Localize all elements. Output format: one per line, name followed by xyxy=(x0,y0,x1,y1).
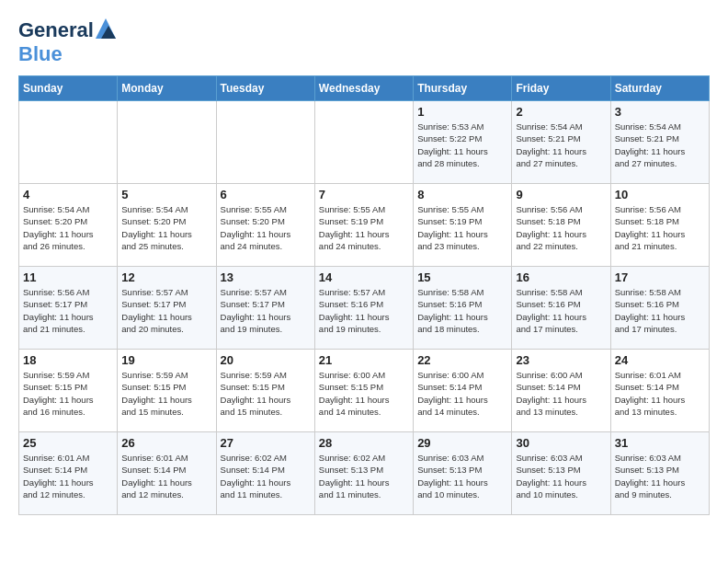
day-number: 30 xyxy=(516,436,606,450)
day-number: 11 xyxy=(23,270,113,284)
logo-icon xyxy=(96,18,116,39)
day-number: 31 xyxy=(615,436,705,450)
calendar-cell: 20Sunrise: 5:59 AM Sunset: 5:15 PM Dayli… xyxy=(216,350,314,432)
day-info: Sunrise: 6:00 AM Sunset: 5:14 PM Dayligh… xyxy=(516,369,606,418)
calendar-cell xyxy=(216,101,314,184)
day-info: Sunrise: 6:00 AM Sunset: 5:14 PM Dayligh… xyxy=(417,369,507,418)
day-header-saturday: Saturday xyxy=(610,76,709,101)
day-info: Sunrise: 5:59 AM Sunset: 5:15 PM Dayligh… xyxy=(23,369,113,418)
calendar-cell: 5Sunrise: 5:54 AM Sunset: 5:20 PM Daylig… xyxy=(118,184,216,267)
day-number: 29 xyxy=(417,436,507,450)
day-number: 6 xyxy=(221,188,311,201)
calendar-cell: 11Sunrise: 5:56 AM Sunset: 5:17 PM Dayli… xyxy=(19,267,118,350)
day-info: Sunrise: 5:54 AM Sunset: 5:21 PM Dayligh… xyxy=(615,121,705,169)
day-number: 26 xyxy=(121,436,211,450)
day-info: Sunrise: 5:54 AM Sunset: 5:20 PM Dayligh… xyxy=(121,203,211,252)
calendar-cell: 23Sunrise: 6:00 AM Sunset: 5:14 PM Dayli… xyxy=(512,350,610,432)
calendar-cell: 1Sunrise: 5:53 AM Sunset: 5:22 PM Daylig… xyxy=(414,101,512,184)
day-number: 18 xyxy=(23,353,113,367)
logo-blue-text: Blue xyxy=(18,42,63,65)
day-number: 12 xyxy=(121,270,211,284)
calendar-cell: 29Sunrise: 6:03 AM Sunset: 5:13 PM Dayli… xyxy=(414,432,512,515)
day-number: 23 xyxy=(516,353,606,367)
day-header-thursday: Thursday xyxy=(414,76,512,101)
day-info: Sunrise: 5:54 AM Sunset: 5:20 PM Dayligh… xyxy=(23,203,113,252)
day-number: 10 xyxy=(615,188,705,201)
day-number: 7 xyxy=(319,188,409,201)
day-info: Sunrise: 6:02 AM Sunset: 5:13 PM Dayligh… xyxy=(319,452,409,500)
day-number: 28 xyxy=(319,436,409,450)
calendar-cell: 25Sunrise: 6:01 AM Sunset: 5:14 PM Dayli… xyxy=(19,432,118,515)
day-number: 21 xyxy=(319,353,409,367)
calendar-cell: 3Sunrise: 5:54 AM Sunset: 5:21 PM Daylig… xyxy=(610,101,709,184)
day-number: 15 xyxy=(417,270,507,284)
day-info: Sunrise: 6:03 AM Sunset: 5:13 PM Dayligh… xyxy=(516,452,606,500)
calendar-cell: 4Sunrise: 5:54 AM Sunset: 5:20 PM Daylig… xyxy=(19,184,118,267)
day-info: Sunrise: 5:56 AM Sunset: 5:18 PM Dayligh… xyxy=(615,203,705,252)
day-number: 20 xyxy=(221,353,311,367)
day-info: Sunrise: 5:55 AM Sunset: 5:19 PM Dayligh… xyxy=(319,203,409,252)
day-info: Sunrise: 5:57 AM Sunset: 5:17 PM Dayligh… xyxy=(121,286,211,335)
day-number: 4 xyxy=(23,188,113,201)
day-number: 24 xyxy=(615,353,705,367)
calendar-cell: 12Sunrise: 5:57 AM Sunset: 5:17 PM Dayli… xyxy=(118,267,216,350)
calendar-cell: 26Sunrise: 6:01 AM Sunset: 5:14 PM Dayli… xyxy=(118,432,216,515)
calendar-cell xyxy=(19,101,118,184)
calendar-cell: 19Sunrise: 5:59 AM Sunset: 5:15 PM Dayli… xyxy=(118,350,216,432)
day-info: Sunrise: 5:57 AM Sunset: 5:17 PM Dayligh… xyxy=(221,286,311,335)
day-header-friday: Friday xyxy=(512,76,610,101)
day-header-sunday: Sunday xyxy=(19,76,118,101)
day-info: Sunrise: 5:55 AM Sunset: 5:19 PM Dayligh… xyxy=(417,203,507,252)
logo-general-text: General xyxy=(18,18,94,42)
calendar-cell xyxy=(314,101,413,184)
day-info: Sunrise: 6:03 AM Sunset: 5:13 PM Dayligh… xyxy=(417,452,507,500)
day-number: 13 xyxy=(221,270,311,284)
day-header-wednesday: Wednesday xyxy=(314,76,413,101)
day-number: 16 xyxy=(516,270,606,284)
day-info: Sunrise: 5:53 AM Sunset: 5:22 PM Dayligh… xyxy=(417,121,507,169)
calendar-cell: 6Sunrise: 5:55 AM Sunset: 5:20 PM Daylig… xyxy=(216,184,314,267)
calendar-cell: 16Sunrise: 5:58 AM Sunset: 5:16 PM Dayli… xyxy=(512,267,610,350)
calendar-cell: 15Sunrise: 5:58 AM Sunset: 5:16 PM Dayli… xyxy=(414,267,512,350)
day-header-tuesday: Tuesday xyxy=(216,76,314,101)
day-header-monday: Monday xyxy=(118,76,216,101)
day-info: Sunrise: 6:00 AM Sunset: 5:15 PM Dayligh… xyxy=(319,369,409,418)
day-number: 22 xyxy=(417,353,507,367)
calendar-cell: 7Sunrise: 5:55 AM Sunset: 5:19 PM Daylig… xyxy=(314,184,413,267)
day-number: 3 xyxy=(615,105,705,119)
day-info: Sunrise: 5:56 AM Sunset: 5:18 PM Dayligh… xyxy=(516,203,606,252)
day-info: Sunrise: 5:59 AM Sunset: 5:15 PM Dayligh… xyxy=(121,369,211,418)
calendar-cell: 24Sunrise: 6:01 AM Sunset: 5:14 PM Dayli… xyxy=(610,350,709,432)
day-info: Sunrise: 5:54 AM Sunset: 5:21 PM Dayligh… xyxy=(516,121,606,169)
day-number: 19 xyxy=(121,353,211,367)
day-number: 17 xyxy=(615,270,705,284)
calendar-cell: 27Sunrise: 6:02 AM Sunset: 5:14 PM Dayli… xyxy=(216,432,314,515)
calendar-cell: 18Sunrise: 5:59 AM Sunset: 5:15 PM Dayli… xyxy=(19,350,118,432)
calendar-cell: 9Sunrise: 5:56 AM Sunset: 5:18 PM Daylig… xyxy=(512,184,610,267)
calendar-cell: 28Sunrise: 6:02 AM Sunset: 5:13 PM Dayli… xyxy=(314,432,413,515)
day-number: 2 xyxy=(516,105,606,119)
calendar-cell: 2Sunrise: 5:54 AM Sunset: 5:21 PM Daylig… xyxy=(512,101,610,184)
day-number: 27 xyxy=(221,436,311,450)
calendar-cell: 30Sunrise: 6:03 AM Sunset: 5:13 PM Dayli… xyxy=(512,432,610,515)
day-info: Sunrise: 5:58 AM Sunset: 5:16 PM Dayligh… xyxy=(615,286,705,335)
day-info: Sunrise: 5:58 AM Sunset: 5:16 PM Dayligh… xyxy=(417,286,507,335)
calendar-cell: 14Sunrise: 5:57 AM Sunset: 5:16 PM Dayli… xyxy=(314,267,413,350)
day-info: Sunrise: 6:02 AM Sunset: 5:14 PM Dayligh… xyxy=(221,452,311,500)
day-info: Sunrise: 5:58 AM Sunset: 5:16 PM Dayligh… xyxy=(516,286,606,335)
calendar-cell xyxy=(118,101,216,184)
day-info: Sunrise: 5:56 AM Sunset: 5:17 PM Dayligh… xyxy=(23,286,113,335)
calendar-table: SundayMondayTuesdayWednesdayThursdayFrid… xyxy=(18,75,710,515)
day-info: Sunrise: 5:55 AM Sunset: 5:20 PM Dayligh… xyxy=(221,203,311,252)
day-info: Sunrise: 6:01 AM Sunset: 5:14 PM Dayligh… xyxy=(121,452,211,500)
page-header: General Blue xyxy=(18,18,710,66)
day-number: 5 xyxy=(121,188,211,201)
day-number: 8 xyxy=(417,188,507,201)
day-info: Sunrise: 6:01 AM Sunset: 5:14 PM Dayligh… xyxy=(615,369,705,418)
logo: General Blue xyxy=(18,18,116,66)
calendar-cell: 8Sunrise: 5:55 AM Sunset: 5:19 PM Daylig… xyxy=(414,184,512,267)
calendar-cell: 22Sunrise: 6:00 AM Sunset: 5:14 PM Dayli… xyxy=(414,350,512,432)
day-info: Sunrise: 5:59 AM Sunset: 5:15 PM Dayligh… xyxy=(221,369,311,418)
day-info: Sunrise: 6:03 AM Sunset: 5:13 PM Dayligh… xyxy=(615,452,705,500)
day-number: 14 xyxy=(319,270,409,284)
